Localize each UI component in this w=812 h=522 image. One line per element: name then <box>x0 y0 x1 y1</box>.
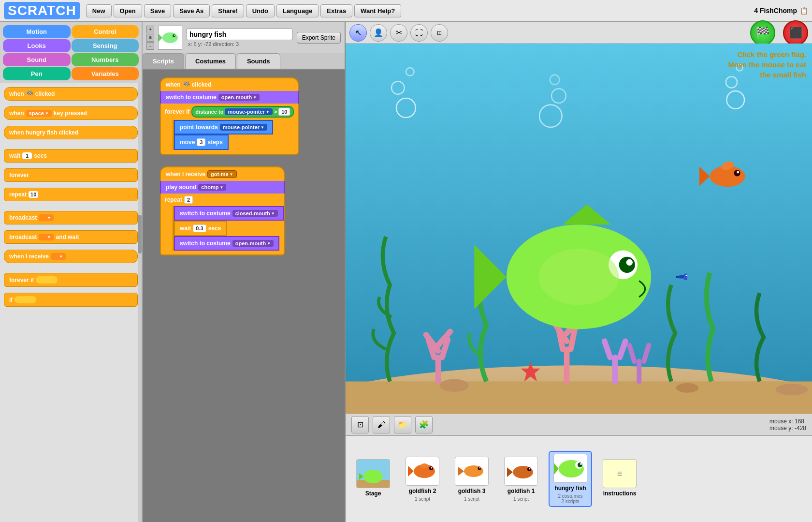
sprite-stage[interactable]: Stage <box>351 457 395 501</box>
hexagon-placeholder2 <box>14 296 36 303</box>
cat-looks[interactable]: Looks <box>3 39 71 52</box>
key-dropdown[interactable]: space <box>26 110 52 117</box>
cat-sound[interactable]: Sound <box>3 53 71 66</box>
svg-marker-1 <box>159 34 162 42</box>
sound-chomp-dropdown[interactable]: chomp <box>198 184 226 191</box>
cat-variables[interactable]: Variables <box>72 67 139 80</box>
block-wait-s2[interactable]: wait 0.3 secs <box>174 221 227 236</box>
svg-point-52 <box>529 468 531 469</box>
sprite-goldfish3[interactable]: goldfish 3 1 script <box>450 455 493 504</box>
open-button[interactable]: Open <box>114 4 142 17</box>
svg-rect-6 <box>346 381 812 414</box>
shrink-tool[interactable]: ⊡ <box>431 24 448 42</box>
block-broadcast-wait[interactable]: broadcast and wait <box>4 230 138 244</box>
language-button[interactable]: Language <box>276 4 319 17</box>
blocks-palette: when 🏁 clicked when space key pressed wh… <box>0 83 142 522</box>
receive-dropdown[interactable] <box>51 253 66 260</box>
sprite-hungry-fish[interactable]: hungry fish 2 costumes2 scripts <box>549 451 592 507</box>
share-button[interactable]: Share! <box>212 4 244 17</box>
cat-control[interactable]: Control <box>72 25 139 38</box>
zoom-out-btn[interactable]: - <box>146 42 154 50</box>
undo-button[interactable]: Undo <box>246 4 275 17</box>
mouse-coords: mouse x: 168 mouse y: -428 <box>769 418 806 432</box>
block-when-receive[interactable]: when I receive <box>4 250 138 263</box>
block-when-key[interactable]: when space key pressed <box>4 106 138 120</box>
zoom-in-btn[interactable]: + <box>146 26 154 33</box>
stop-button[interactable]: ⬛ <box>783 20 808 45</box>
block-when-flag-s1[interactable]: when 🏁 clicked <box>160 77 299 91</box>
cat-numbers[interactable]: Numbers <box>72 53 139 66</box>
zoom-fit-btn[interactable]: ⊞ <box>146 34 154 42</box>
block-switch-costume-s1[interactable]: switch to costume open-mouth <box>160 91 299 104</box>
costume-open-dropdown[interactable]: open-mouth <box>218 94 260 101</box>
stage-canvas[interactable]: Click the green flag.Move the mouse to e… <box>346 44 812 414</box>
block-when-receive-s2[interactable]: when I receive got-me <box>160 166 285 181</box>
block-forever-if[interactable]: forever if <box>4 273 138 287</box>
hungry-fish-label: hungry fish <box>554 485 586 492</box>
wait-s2-input[interactable]: 0.3 <box>193 224 206 232</box>
block-repeat[interactable]: repeat 10 <box>4 188 138 201</box>
block-when-flag[interactable]: when 🏁 clicked <box>4 87 138 101</box>
wait-input[interactable]: 1 <box>22 152 32 159</box>
new-button[interactable]: New <box>86 4 112 17</box>
expand-tool[interactable]: ⛶ <box>410 24 428 42</box>
stamp-tool[interactable]: 👤 <box>370 24 387 42</box>
block-broadcast[interactable]: broadcast <box>4 211 138 224</box>
paint-brush-btn[interactable]: 🖌 <box>373 416 390 433</box>
scrollbar[interactable] <box>138 83 142 522</box>
distance-val[interactable]: 10 <box>278 108 290 116</box>
svg-point-17 <box>440 379 469 392</box>
towards-dropdown[interactable]: mouse-pointer <box>220 124 267 131</box>
block-switch-closed[interactable]: switch to costume closed-mouth <box>174 206 284 221</box>
goldfish3-thumbnail <box>455 457 489 486</box>
scissors-tool[interactable]: ✂ <box>390 24 407 42</box>
export-sprite-button[interactable]: Export Sprite <box>297 32 341 44</box>
sprite-name[interactable]: hungry fish <box>186 29 293 40</box>
block-repeat-s2[interactable]: repeat 2 switch to costume closed-mouth … <box>160 194 285 255</box>
cat-sensing[interactable]: Sensing <box>72 39 139 52</box>
block-when-clicked[interactable]: when hungry fish clicked <box>4 126 138 139</box>
receive-got-me-dropdown[interactable]: got-me <box>207 170 237 178</box>
sprite-coords: x: 6 y: -72 direction: 3 <box>186 41 293 47</box>
distance-dropdown[interactable]: mouse-pointer <box>225 108 272 115</box>
help-button[interactable]: Want Help? <box>354 4 401 17</box>
block-wait[interactable]: wait 1 secs <box>4 149 138 163</box>
cat-motion[interactable]: Motion <box>3 25 71 38</box>
tab-sounds[interactable]: Sounds <box>237 53 280 69</box>
sprite-goldfish1[interactable]: goldfish 1 1 script <box>499 455 543 504</box>
stage-btn-1[interactable]: ⊡ <box>351 416 369 433</box>
extras-button[interactable]: Extras <box>320 4 352 17</box>
save-button[interactable]: Save <box>144 4 171 17</box>
broadcast-dropdown[interactable] <box>39 214 54 221</box>
sprite-goldfish2[interactable]: goldfish 2 1 script <box>401 455 444 504</box>
goldfish3-label: goldfish 3 <box>458 488 486 494</box>
costume-closed-dropdown[interactable]: closed-mouth <box>232 210 278 217</box>
tab-scripts[interactable]: Scripts <box>143 53 184 69</box>
tab-costumes[interactable]: Costumes <box>185 53 236 69</box>
select-tool[interactable]: ↖ <box>349 24 367 42</box>
cat-pen[interactable]: Pen <box>3 67 71 80</box>
block-play-sound[interactable]: play sound chomp <box>160 181 285 194</box>
svg-point-31 <box>538 249 619 305</box>
sprite-btn[interactable]: 🧩 <box>415 416 433 433</box>
hungry-fish-info: 2 costumes2 scripts <box>558 493 582 504</box>
block-switch-open[interactable]: switch to costume open-mouth <box>174 236 279 251</box>
save-as-button[interactable]: Save As <box>173 4 210 17</box>
green-flag-button[interactable]: 🏁 <box>750 20 775 45</box>
repeat-input[interactable]: 10 <box>29 191 38 198</box>
svg-marker-54 <box>554 463 559 475</box>
move-input[interactable]: 3 <box>197 138 205 146</box>
repeat2-input[interactable]: 2 <box>184 196 193 204</box>
costume-open2-dropdown[interactable]: open-mouth <box>232 240 274 247</box>
flag-icon: 🏁 <box>26 90 33 97</box>
block-if[interactable]: if <box>4 293 138 307</box>
block-forever-if-s1[interactable]: forever if distance to mouse-pointer > 1… <box>160 104 299 155</box>
topbar: SCRATCH New Open Save Save As Share! Und… <box>0 0 812 22</box>
block-move-steps[interactable]: move 3 steps <box>174 134 229 150</box>
scrollbar-thumb[interactable] <box>138 215 142 254</box>
block-forever[interactable]: forever <box>4 168 138 182</box>
folder-btn[interactable]: 📁 <box>394 416 411 433</box>
broadcast-wait-dropdown[interactable] <box>39 234 54 240</box>
block-point-towards[interactable]: point towards mouse-pointer <box>174 120 273 134</box>
sprite-instructions[interactable]: ≡ instructions <box>598 457 641 501</box>
